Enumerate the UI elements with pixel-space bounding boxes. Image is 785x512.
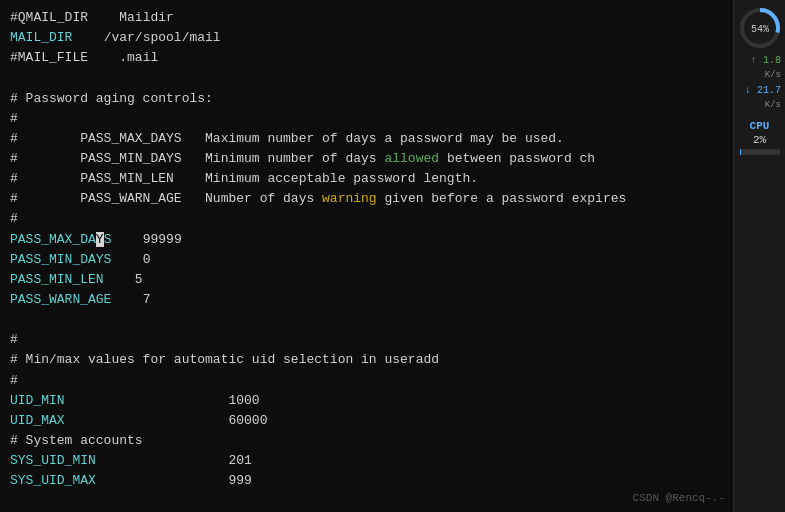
terminal-line: UID_MAX 60000 [10,411,723,431]
terminal-line: # [10,109,723,129]
terminal-line: # PASS_MAX_DAYS Maximum number of days a… [10,129,723,149]
terminal-line: # [10,371,723,391]
net-up-unit: K/s [765,70,781,80]
terminal-line: # [10,209,723,229]
gauge-widget: 54% [738,6,782,50]
terminal-line [10,310,723,330]
terminal-line: #QMAIL_DIR Maildir [10,8,723,28]
terminal-line: MAIL_DIR /var/spool/mail [10,28,723,48]
terminal-line: PASS_MIN_LEN 5 [10,270,723,290]
terminal-line: # System accounts [10,431,723,451]
terminal-line: # Password aging controls: [10,89,723,109]
terminal-line: UID_MIN 1000 [10,391,723,411]
terminal-line: PASS_WARN_AGE 7 [10,290,723,310]
terminal-line: SYS_UID_MAX 999 [10,471,723,491]
net-down-unit: K/s [765,100,781,110]
watermark: CSDN @Rencq-.- [633,492,725,504]
terminal-line: PASS_MAX_DAYS 99999 [10,230,723,250]
terminal-line: PASS_MIN_DAYS 0 [10,250,723,270]
terminal-line: # PASS_MIN_LEN Minimum acceptable passwo… [10,169,723,189]
terminal-line: SYS_UID_MIN 201 [10,451,723,471]
net-down-stat: ↓ 21.7 K/s [738,84,781,112]
cpu-bar [740,149,741,155]
net-up-stat: ↑ 1.8 K/s [738,54,781,82]
terminal-line: # PASS_MIN_DAYS Minimum number of days a… [10,149,723,169]
terminal-line: # [10,330,723,350]
terminal-line: # Min/max values for automatic uid selec… [10,350,723,370]
net-down-value: 21.7 [757,85,781,96]
net-up-arrow: ↑ [751,55,763,66]
svg-text:54%: 54% [750,24,768,35]
cpu-bar-container [740,149,780,155]
sidebar: 54% ↑ 1.8 K/s ↓ 21.7 K/s CPU 2% [733,0,785,512]
cpu-percent: 2% [753,134,766,146]
net-down-arrow: ↓ [745,85,757,96]
terminal-line [10,68,723,88]
terminal: #QMAIL_DIR MaildirMAIL_DIR /var/spool/ma… [0,0,733,512]
net-up-value: 1.8 [763,55,781,66]
cpu-label: CPU [750,120,770,132]
terminal-line: #MAIL_FILE .mail [10,48,723,68]
terminal-line: # PASS_WARN_AGE Number of days warning g… [10,189,723,209]
